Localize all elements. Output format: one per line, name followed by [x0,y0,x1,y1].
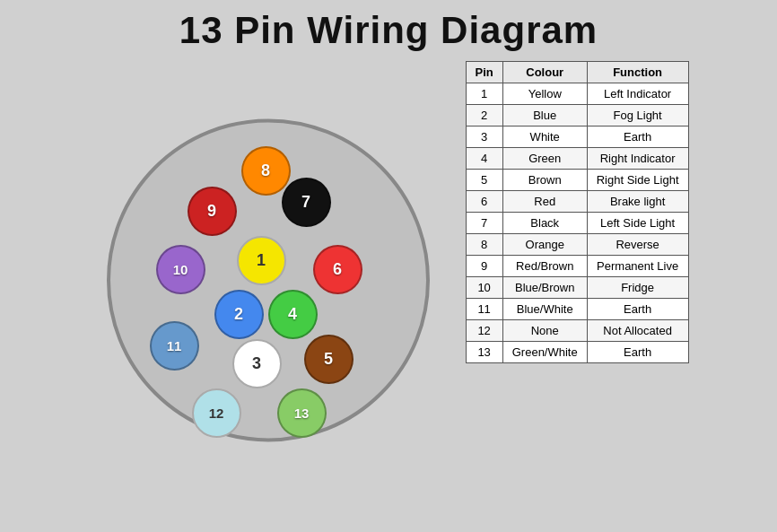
pin-9: 9 [188,187,237,236]
pin-8: 8 [241,146,291,196]
table-cell-function: Not Allocated [587,320,688,342]
table-cell-colour: None [502,320,587,342]
table-cell-function: Earth [587,299,688,320]
pin-4: 4 [268,290,318,339]
table-cell-function: Fridge [587,277,688,299]
table-cell-pin: 3 [466,126,502,148]
table-row: 7BlackLeft Side Light [466,213,688,234]
table-cell-colour: Red [502,191,587,213]
pin-6: 6 [313,245,362,294]
table-cell-colour: Green/White [502,342,587,363]
page-title: 13 Pin Wiring Diagram [179,9,598,52]
table-cell-colour: Black [502,213,587,234]
table-cell-pin: 9 [466,256,502,277]
table-cell-function: Earth [587,126,688,148]
table-header-pin: Pin [466,62,502,83]
table-cell-pin: 5 [466,170,502,191]
wiring-table: PinColourFunction 1YellowLeft Indicator2… [466,61,689,363]
table-cell-colour: Blue/Brown [502,277,587,299]
table-cell-colour: Red/Brown [502,256,587,277]
table-row: 8OrangeReverse [466,234,688,256]
diagram-area: 12345678910111213 [89,61,448,474]
table-cell-colour: Brown [502,170,587,191]
table-header-colour: Colour [502,62,587,83]
table-cell-colour: Orange [502,234,587,256]
pin-11: 11 [150,321,199,371]
table-header-function: Function [587,62,688,83]
table-cell-function: Left Side Light [587,213,688,234]
pin-13: 13 [277,388,327,438]
table-cell-function: Brake light [587,191,688,213]
table-row: 11Blue/WhiteEarth [466,299,688,320]
pin-5: 5 [304,335,354,384]
table-cell-pin: 8 [466,234,502,256]
main-content: 12345678910111213 PinColourFunction 1Yel… [0,61,777,474]
table-cell-function: Fog Light [587,105,688,126]
pin-12: 12 [192,388,241,438]
table-cell-colour: Blue [502,105,587,126]
table-cell-colour: Blue/White [502,299,587,320]
table-cell-colour: Green [502,148,587,170]
table-row: 3WhiteEarth [466,126,688,148]
table-cell-pin: 12 [466,320,502,342]
table-cell-colour: Yellow [502,83,587,105]
table-cell-pin: 4 [466,148,502,170]
table-cell-function: Earth [587,342,688,363]
table-row: 12NoneNot Allocated [466,320,688,342]
table-cell-pin: 6 [466,191,502,213]
table-cell-function: Permanent Live [587,256,688,277]
table-cell-pin: 13 [466,342,502,363]
pin-3: 3 [232,339,282,388]
pin-2: 2 [214,290,264,339]
table-row: 2BlueFog Light [466,105,688,126]
table-row: 1YellowLeft Indicator [466,83,688,105]
pin-7: 7 [282,178,331,227]
table-cell-function: Left Indicator [587,83,688,105]
table-cell-pin: 1 [466,83,502,105]
table-cell-colour: White [502,126,587,148]
table-row: 6RedBrake light [466,191,688,213]
table-row: 13Green/WhiteEarth [466,342,688,363]
table-cell-pin: 11 [466,299,502,320]
table-cell-function: Reverse [587,234,688,256]
table-cell-pin: 7 [466,213,502,234]
table-cell-pin: 2 [466,105,502,126]
table-row: 5BrownRight Side Light [466,170,688,191]
table-cell-function: Right Side Light [587,170,688,191]
pin-10: 10 [156,245,205,294]
table-cell-pin: 10 [466,277,502,299]
table-row: 4GreenRight Indicator [466,148,688,170]
table-row: 9Red/BrownPermanent Live [466,256,688,277]
table-row: 10Blue/BrownFridge [466,277,688,299]
table-cell-function: Right Indicator [587,148,688,170]
pin-1: 1 [237,236,286,285]
